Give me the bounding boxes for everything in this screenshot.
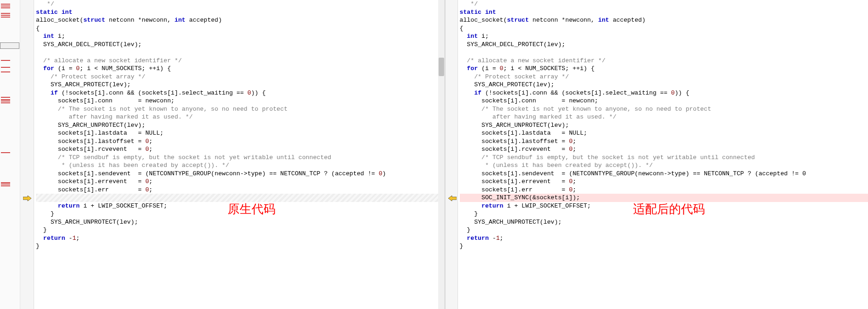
- code-line[interactable]: sockets[i].lastdata = NULL;: [460, 129, 868, 137]
- code-line[interactable]: /* allocate a new socket identifier */: [460, 57, 868, 65]
- left-code-pane[interactable]: */static intalloc_socket(struct netconn …: [34, 0, 445, 309]
- overview-diff-mark: [1, 60, 10, 61]
- code-line[interactable]: }: [36, 210, 445, 218]
- code-line[interactable]: [460, 48, 868, 57]
- left-code-content[interactable]: */static intalloc_socket(struct netconn …: [34, 0, 445, 250]
- code-line[interactable]: sockets[i].err = 0;: [460, 186, 868, 194]
- overview-diff-mark: [1, 6, 10, 6]
- code-line[interactable]: if (!sockets[i].conn && (sockets[i].sele…: [460, 89, 868, 97]
- code-line[interactable]: sockets[i].lastoffset = 0;: [460, 137, 868, 146]
- code-line[interactable]: after having marked it as used. */: [36, 113, 445, 121]
- code-line[interactable]: SYS_ARCH_PROTECT(lev);: [36, 81, 445, 89]
- overview-diff-mark: [1, 184, 10, 184]
- code-line[interactable]: sockets[i].err = 0;: [36, 186, 445, 194]
- code-line[interactable]: sockets[i].conn = newconn;: [36, 97, 445, 105]
- code-line[interactable]: for (i = 0; i < NUM_SOCKETS; ++i) {: [460, 65, 868, 73]
- overview-diff-mark: [1, 17, 10, 18]
- code-line[interactable]: if (!sockets[i].conn && (sockets[i].sele…: [36, 89, 445, 97]
- overview-diff-mark: [1, 99, 10, 100]
- code-line[interactable]: sockets[i].errevent = 0;: [36, 178, 445, 186]
- code-line[interactable]: /* TCP sendbuf is empty, but the socket …: [460, 154, 868, 162]
- code-line[interactable]: * (unless it has been created by accept(…: [460, 161, 868, 170]
- left-scrollbar[interactable]: [438, 0, 445, 309]
- code-line[interactable]: SYS_ARCH_UNPROTECT(lev);: [460, 121, 868, 130]
- code-line[interactable]: /* The socket is not yet known to anyone…: [36, 105, 445, 113]
- overview-slider[interactable]: [0, 42, 19, 49]
- code-line[interactable]: SYS_ARCH_PROTECT(lev);: [460, 81, 868, 89]
- code-line[interactable]: return i + LWIP_SOCKET_OFFSET;: [36, 202, 445, 210]
- code-line[interactable]: /* Protect socket array */: [36, 73, 445, 81]
- overview-diff-mark: [1, 152, 10, 153]
- overview-diff-mark: [1, 185, 10, 186]
- middle-gutter: [445, 0, 458, 309]
- code-line[interactable]: int i;: [36, 32, 445, 41]
- code-line[interactable]: /* The socket is not yet known to anyone…: [460, 105, 868, 113]
- code-line[interactable]: */: [460, 0, 868, 8]
- diff-arrow-right-icon[interactable]: [22, 195, 33, 202]
- code-line[interactable]: /* allocate a new socket identifier */: [36, 57, 445, 65]
- overview-diff-mark: [1, 15, 10, 16]
- code-line[interactable]: SYS_ARCH_UNPROTECT(lev);: [36, 218, 445, 226]
- code-line[interactable]: after having marked it as used. */: [460, 113, 868, 121]
- code-line[interactable]: }: [460, 210, 868, 218]
- code-line[interactable]: /* Protect socket array */: [460, 73, 868, 81]
- code-line[interactable]: [36, 48, 445, 57]
- code-line[interactable]: static int: [460, 8, 868, 17]
- overview-diff-mark: [1, 67, 10, 68]
- code-line[interactable]: return i + LWIP_SOCKET_OFFSET;: [460, 202, 868, 210]
- code-line[interactable]: SOC_INIT_SYNC(&sockets[i]);: [460, 194, 868, 202]
- code-line[interactable]: * (unless it has been created by accept(…: [36, 161, 445, 170]
- code-line[interactable]: sockets[i].conn = newconn;: [460, 97, 868, 105]
- code-line[interactable]: SYS_ARCH_DECL_PROTECT(lev);: [36, 41, 445, 49]
- overview-diff-mark: [1, 13, 10, 14]
- code-line[interactable]: sockets[i].sendevent = (NETCONNTYPE_GROU…: [36, 170, 445, 178]
- code-line[interactable]: */: [36, 0, 445, 8]
- code-line[interactable]: return -1;: [36, 234, 445, 243]
- code-line[interactable]: alloc_socket(struct netconn *newconn, in…: [460, 16, 868, 24]
- code-line[interactable]: sockets[i].sendevent = (NETCONNTYPE_GROU…: [460, 170, 868, 178]
- overview-diff-mark: [1, 101, 10, 101]
- diff-overview-ruler[interactable]: [0, 0, 20, 309]
- code-line[interactable]: }: [36, 242, 445, 250]
- code-line[interactable]: for (i = 0; i < NUM_SOCKETS; ++i) {: [36, 65, 445, 73]
- overview-diff-mark: [1, 182, 10, 183]
- code-line[interactable]: }: [36, 226, 445, 234]
- code-line[interactable]: sockets[i].rcvevent = 0;: [460, 145, 868, 154]
- svg-marker-0: [23, 196, 31, 201]
- code-line[interactable]: sockets[i].lastdata = NULL;: [36, 129, 445, 137]
- code-line[interactable]: SYS_ARCH_UNPROTECT(lev);: [460, 218, 868, 226]
- code-line[interactable]: sockets[i].rcvevent = 0;: [36, 145, 445, 154]
- code-line[interactable]: SYS_ARCH_DECL_PROTECT(lev);: [460, 41, 868, 49]
- left-scrollbar-thumb[interactable]: [439, 58, 444, 76]
- overview-diff-mark: [1, 71, 10, 72]
- overview-diff-mark: [1, 97, 10, 98]
- code-line[interactable]: SYS_ARCH_UNPROTECT(lev);: [36, 121, 445, 130]
- code-line[interactable]: int i;: [460, 32, 868, 41]
- svg-marker-1: [448, 196, 457, 201]
- code-line[interactable]: {: [460, 24, 868, 33]
- code-line[interactable]: {: [36, 24, 445, 33]
- diff-arrow-left-icon[interactable]: [447, 195, 458, 202]
- code-line[interactable]: static int: [36, 8, 445, 17]
- overview-diff-mark: [1, 102, 10, 103]
- code-line[interactable]: sockets[i].lastoffset = 0;: [36, 137, 445, 146]
- code-line[interactable]: /* TCP sendbuf is empty, but the socket …: [36, 154, 445, 162]
- code-line[interactable]: }: [460, 226, 868, 234]
- code-line[interactable]: }: [460, 242, 868, 250]
- code-line[interactable]: sockets[i].errevent = 0;: [460, 178, 868, 186]
- code-line[interactable]: return -1;: [460, 234, 868, 243]
- code-line[interactable]: alloc_socket(struct netconn *newconn, in…: [36, 16, 445, 24]
- overview-diff-mark: [1, 4, 10, 5]
- code-line[interactable]: [36, 194, 445, 202]
- right-code-content[interactable]: */static intalloc_socket(struct netconn …: [458, 0, 868, 250]
- right-code-pane[interactable]: */static intalloc_socket(struct netconn …: [458, 0, 868, 309]
- left-gutter: [20, 0, 34, 309]
- overview-diff-mark: [1, 7, 10, 8]
